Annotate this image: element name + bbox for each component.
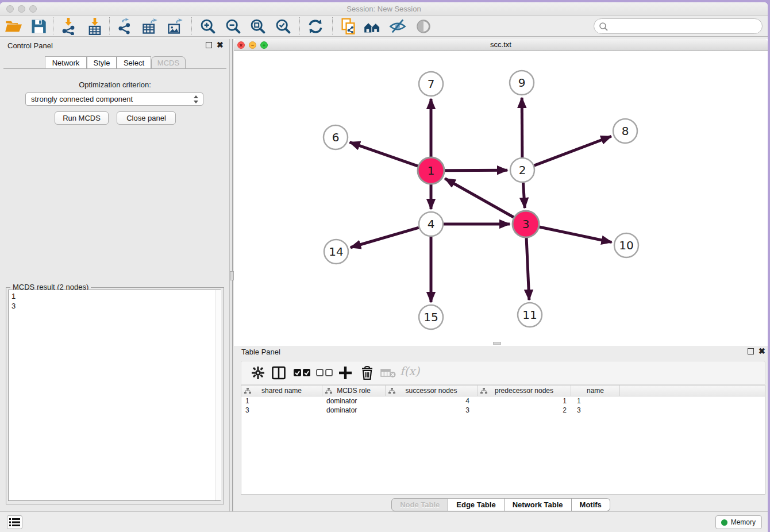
- zoom-out-icon[interactable]: [225, 18, 242, 35]
- tree-icon: [388, 388, 395, 394]
- column-header-shared-name[interactable]: shared name: [241, 385, 322, 396]
- memory-status-icon: [721, 519, 727, 526]
- tab-node-table[interactable]: Node Table: [391, 498, 448, 511]
- network-minimize-icon[interactable]: −: [249, 41, 256, 49]
- cell-successor-nodes[interactable]: 4: [386, 396, 478, 406]
- node-label-1: 1: [428, 164, 435, 178]
- delete-column-icon[interactable]: [360, 365, 375, 383]
- app-titlebar: Session: New Session: [0, 2, 768, 16]
- list-icon: [9, 518, 20, 527]
- edge-3-11[interactable]: [526, 238, 529, 300]
- network-close-icon[interactable]: ×: [237, 41, 245, 49]
- tree-icon: [325, 388, 332, 394]
- deselect-all-columns-icon[interactable]: [316, 369, 333, 379]
- open-session-icon[interactable]: [5, 18, 22, 35]
- cell-predecessor-nodes[interactable]: 1: [478, 396, 571, 406]
- table-panel-title: Table Panel: [241, 348, 280, 356]
- edge-2-9[interactable]: [522, 98, 522, 157]
- split-table-icon[interactable]: [271, 365, 286, 383]
- mcds-result-text[interactable]: 1 3: [8, 290, 221, 501]
- tree-icon: [480, 388, 487, 394]
- cell-shared-name[interactable]: 1: [241, 396, 322, 406]
- network-graph: 7968124314101511: [234, 51, 768, 344]
- memory-button[interactable]: Memory: [715, 515, 762, 529]
- export-network-icon[interactable]: [117, 18, 134, 35]
- toolbar-separator: [109, 17, 110, 34]
- cell-mcds-role[interactable]: dominator: [322, 406, 386, 415]
- close-window-button[interactable]: [6, 5, 14, 13]
- table-settings-icon[interactable]: [251, 365, 265, 383]
- dropdown-stepper-icon: [194, 95, 199, 103]
- app-window: Session: New Session: [0, 2, 768, 532]
- node-label-4: 4: [428, 217, 435, 231]
- export-table-icon[interactable]: [141, 18, 159, 35]
- cell-predecessor-nodes[interactable]: 2: [478, 406, 571, 415]
- column-header-successor-nodes[interactable]: successor nodes: [386, 385, 478, 396]
- close-panel-button[interactable]: Close panel: [117, 111, 176, 125]
- tab-style[interactable]: Style: [87, 56, 117, 69]
- import-network-icon[interactable]: [60, 18, 77, 35]
- control-panel-tabs: Network Style Select MCDS: [0, 56, 229, 69]
- save-session-icon[interactable]: [30, 18, 47, 35]
- panel-divider[interactable]: [230, 39, 234, 511]
- edge-1-2[interactable]: [445, 170, 507, 171]
- node-label-9: 9: [518, 76, 526, 90]
- tab-mcds[interactable]: MCDS: [151, 56, 186, 69]
- edge-3-10[interactable]: [539, 227, 611, 242]
- zoom-selected-icon[interactable]: [275, 18, 292, 35]
- zoom-fit-icon[interactable]: [249, 18, 267, 35]
- node-table[interactable]: shared name MCDS role successor nodes pr…: [241, 385, 765, 495]
- edge-1-6[interactable]: [350, 142, 418, 167]
- divider-handle-icon[interactable]: [230, 271, 234, 280]
- edge-2-8[interactable]: [534, 136, 611, 165]
- refresh-view-icon[interactable]: [307, 18, 324, 35]
- tab-edge-table[interactable]: Edge Table: [448, 498, 504, 511]
- tab-network[interactable]: Network: [45, 56, 87, 69]
- zoom-in-icon[interactable]: [199, 18, 217, 35]
- tab-motifs[interactable]: Motifs: [572, 498, 610, 511]
- canvas-resize-handle[interactable]: [493, 342, 501, 345]
- network-canvas[interactable]: 7968124314101511: [234, 51, 768, 346]
- export-image-icon[interactable]: [167, 18, 184, 35]
- table-row[interactable]: 1 dominator 4 1 1: [241, 396, 765, 406]
- edge-4-14[interactable]: [351, 228, 419, 248]
- table-row[interactable]: 3 dominator 3 2 3: [241, 406, 765, 415]
- cell-name[interactable]: 1: [571, 396, 620, 406]
- cell-shared-name[interactable]: 3: [241, 406, 322, 415]
- toggle-view-disabled-icon: [415, 18, 432, 35]
- node-label-14: 14: [329, 245, 343, 259]
- column-header-mcds-role[interactable]: MCDS role: [322, 385, 386, 396]
- column-header-name[interactable]: name: [571, 385, 620, 396]
- toolbar-separator: [299, 17, 300, 34]
- float-table-panel-icon[interactable]: [748, 348, 754, 354]
- maximize-window-button[interactable]: [29, 5, 37, 13]
- cell-name[interactable]: 3: [571, 406, 620, 415]
- search-input[interactable]: [610, 20, 757, 32]
- task-history-button[interactable]: [7, 515, 22, 529]
- search-icon: [599, 22, 609, 32]
- close-panel-icon[interactable]: ✖: [217, 40, 224, 49]
- tree-icon: [244, 388, 251, 394]
- cell-successor-nodes[interactable]: 3: [386, 406, 478, 415]
- add-column-icon[interactable]: [338, 365, 353, 383]
- delete-table-disabled-icon: [380, 369, 396, 380]
- edge-3-1[interactable]: [445, 179, 514, 217]
- network-window-titlebar: × − + scc.txt: [234, 39, 768, 51]
- float-panel-icon[interactable]: [206, 42, 212, 48]
- network-maximize-icon[interactable]: +: [260, 41, 268, 49]
- minimize-window-button[interactable]: [18, 5, 25, 13]
- criterion-dropdown[interactable]: strongly connected component: [25, 92, 203, 106]
- tab-network-table[interactable]: Network Table: [505, 498, 572, 511]
- column-header-predecessor-nodes[interactable]: predecessor nodes: [478, 385, 571, 396]
- close-table-panel-icon[interactable]: ✖: [759, 346, 765, 356]
- edge-2-3[interactable]: [523, 183, 525, 208]
- tab-select[interactable]: Select: [117, 56, 151, 69]
- duplicate-network-icon[interactable]: [340, 18, 357, 35]
- hide-selected-icon[interactable]: [389, 18, 406, 35]
- mcds-result-scrollbar[interactable]: [215, 290, 221, 500]
- cell-mcds-role[interactable]: dominator: [322, 396, 386, 406]
- run-mcds-button[interactable]: Run MCDS: [55, 111, 109, 125]
- import-table-icon[interactable]: [86, 18, 103, 35]
- show-all-networks-icon[interactable]: [364, 18, 381, 35]
- select-all-columns-icon[interactable]: [293, 368, 311, 380]
